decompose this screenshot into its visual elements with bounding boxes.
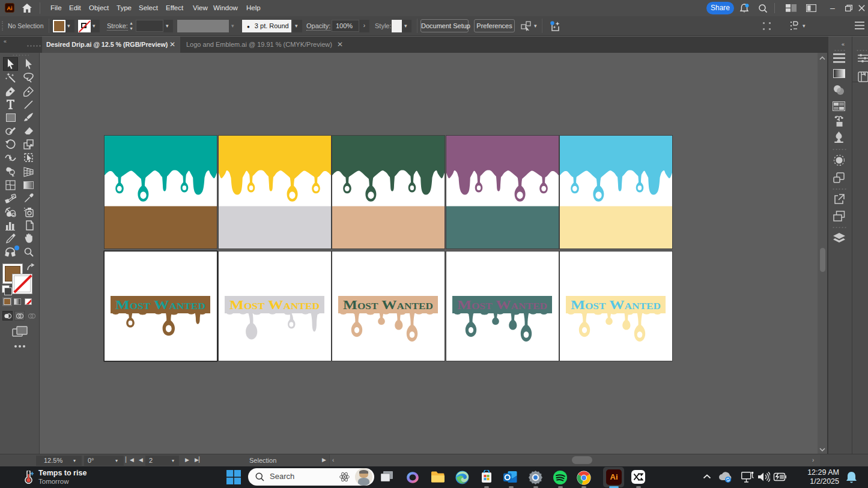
svg-text:Most Wanted: Most Wanted — [571, 297, 661, 312]
svg-text:Most Wanted: Most Wanted — [457, 297, 547, 312]
svg-text:Most Wanted: Most Wanted — [115, 297, 205, 312]
svg-text:Most Wanted: Most Wanted — [343, 297, 433, 312]
svg-text:Most Wanted: Most Wanted — [229, 297, 320, 312]
